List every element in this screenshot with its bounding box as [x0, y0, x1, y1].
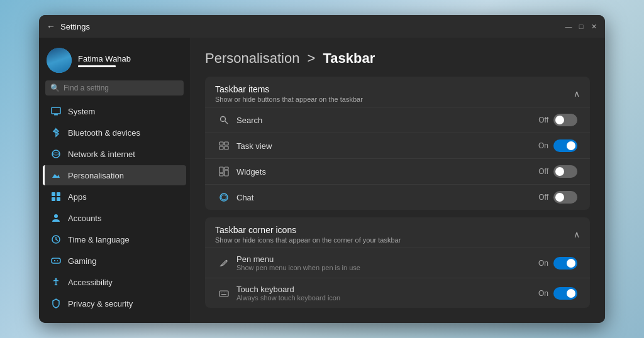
widgets-setting-icon	[218, 165, 230, 178]
section-taskbar-items: Taskbar items Show or hide buttons that …	[205, 77, 590, 210]
widgets-toggle[interactable]	[553, 165, 577, 178]
chat-setting-label: Chat	[236, 193, 532, 202]
keyboard-setting-sublabel: Always show touch keyboard icon	[236, 294, 532, 302]
sidebar-item-network[interactable]: Network & internet	[43, 144, 186, 164]
keyboard-toggle-group: On	[538, 287, 577, 300]
personalisation-icon	[50, 170, 62, 181]
taskview-toggle[interactable]	[553, 139, 577, 152]
sidebar: Fatima Wahab 🔍 System Bluetooth & dev	[39, 38, 190, 323]
keyboard-setting-label: Touch keyboard	[236, 285, 532, 294]
setting-row-taskview: Task view On	[205, 133, 590, 158]
sidebar-item-bluetooth[interactable]: Bluetooth & devices	[43, 123, 186, 143]
main-content: Personalisation > Taskbar Taskbar items …	[190, 38, 605, 323]
pen-setting-label: Pen menu	[236, 254, 532, 264]
section-taskbar-items-title-group: Taskbar items Show or hide buttons that …	[215, 84, 363, 103]
chat-toggle-label: Off	[538, 193, 548, 202]
svg-rect-5	[52, 197, 55, 201]
svg-point-2	[52, 150, 60, 158]
sidebar-item-accessibility[interactable]: Accessibility	[43, 272, 186, 292]
setting-row-chat: Chat Off	[205, 184, 590, 210]
taskview-toggle-group: On	[538, 139, 577, 152]
maximize-button[interactable]: □	[577, 23, 585, 30]
svg-point-11	[221, 117, 226, 122]
taskview-toggle-label: On	[538, 141, 548, 150]
content-area: Fatima Wahab 🔍 System Bluetooth & dev	[39, 38, 605, 323]
svg-rect-0	[52, 107, 60, 114]
svg-rect-18	[225, 167, 228, 170]
section-taskbar-corner-subtitle: Show or hide icons that appear on the co…	[215, 236, 401, 244]
sidebar-item-gaming[interactable]: Gaming	[43, 251, 186, 271]
svg-rect-13	[225, 142, 228, 145]
taskview-setting-label: Task view	[236, 141, 532, 151]
svg-rect-12	[219, 142, 223, 145]
sidebar-item-personalisation[interactable]: Personalisation	[43, 165, 186, 185]
svg-rect-22	[219, 291, 228, 297]
pen-toggle-group: On	[538, 257, 577, 270]
section-taskbar-corner-header[interactable]: Taskbar corner icons Show or hide icons …	[205, 217, 590, 248]
breadcrumb: Personalisation > Taskbar	[205, 50, 590, 67]
svg-rect-1	[54, 114, 58, 116]
svg-rect-6	[57, 197, 60, 201]
accounts-icon	[50, 212, 62, 224]
sidebar-label-system: System	[68, 107, 95, 116]
sidebar-label-accounts: Accounts	[68, 214, 101, 223]
sidebar-label-gaming: Gaming	[68, 256, 97, 266]
user-name: Fatima Wahab	[78, 54, 131, 63]
sidebar-item-privacy[interactable]: Privacy & security	[43, 293, 186, 313]
pen-toggle[interactable]	[553, 257, 577, 270]
chat-toggle[interactable]	[553, 191, 577, 204]
chat-setting-icon	[218, 191, 230, 204]
section-taskbar-corner: Taskbar corner icons Show or hide icons …	[205, 217, 590, 308]
keyboard-setting-icon	[218, 287, 230, 300]
pen-setting-icon	[218, 257, 230, 270]
search-box[interactable]: 🔍	[45, 80, 184, 95]
user-bar	[78, 65, 116, 67]
network-icon	[50, 148, 62, 160]
settings-window: ← Settings — □ ✕ Fatima Wahab 🔍	[39, 15, 605, 323]
svg-point-21	[221, 195, 226, 200]
keyboard-toggle[interactable]	[553, 287, 577, 300]
sidebar-item-apps[interactable]: Apps	[43, 187, 186, 207]
keyboard-setting-name-group: Touch keyboard Always show touch keyboar…	[236, 285, 532, 302]
widgets-toggle-group: Off	[538, 165, 577, 178]
sidebar-item-time[interactable]: Time & language	[43, 229, 186, 249]
svg-point-7	[54, 214, 58, 218]
section-taskbar-corner-chevron: ∧	[574, 229, 580, 239]
close-button[interactable]: ✕	[590, 23, 597, 30]
minimize-button[interactable]: —	[565, 23, 572, 30]
svg-rect-3	[52, 192, 55, 196]
section-taskbar-items-header[interactable]: Taskbar items Show or hide buttons that …	[205, 77, 590, 107]
window-controls: — □ ✕	[565, 23, 597, 30]
svg-rect-9	[52, 258, 60, 263]
gaming-icon	[50, 255, 62, 266]
chat-toggle-group: Off	[538, 191, 577, 204]
accessibility-icon	[50, 276, 62, 288]
section-taskbar-items-chevron: ∧	[574, 89, 580, 99]
taskview-setting-icon	[218, 139, 230, 152]
sidebar-label-network: Network & internet	[68, 150, 135, 159]
pen-toggle-label: On	[538, 259, 548, 268]
setting-row-touch-keyboard: Touch keyboard Always show touch keyboar…	[205, 278, 590, 308]
setting-row-search: Search Off	[205, 107, 590, 133]
sidebar-item-system[interactable]: System	[43, 101, 186, 121]
section-taskbar-items-title: Taskbar items	[215, 84, 363, 94]
svg-rect-15	[225, 146, 228, 150]
back-button[interactable]: ←	[47, 21, 55, 31]
section-taskbar-items-subtitle: Show or hide buttons that appear on the …	[215, 95, 363, 103]
setting-row-widgets: Widgets Off	[205, 158, 590, 184]
system-icon	[50, 106, 62, 117]
sidebar-label-privacy: Privacy & security	[68, 299, 133, 308]
setting-row-pen: Pen menu Show pen menu icon when pen is …	[205, 248, 590, 278]
keyboard-toggle-label: On	[538, 289, 548, 298]
user-profile[interactable]: Fatima Wahab	[39, 43, 190, 80]
search-toggle[interactable]	[553, 114, 577, 126]
search-input[interactable]	[64, 84, 179, 92]
sidebar-label-accessibility: Accessibility	[68, 278, 113, 287]
search-icon: 🔍	[50, 84, 60, 92]
search-toggle-label: Off	[538, 116, 548, 124]
sidebar-item-accounts[interactable]: Accounts	[43, 208, 186, 228]
privacy-icon	[50, 298, 62, 309]
bluetooth-icon	[50, 127, 62, 138]
apps-icon	[50, 191, 62, 202]
time-icon	[50, 234, 62, 245]
